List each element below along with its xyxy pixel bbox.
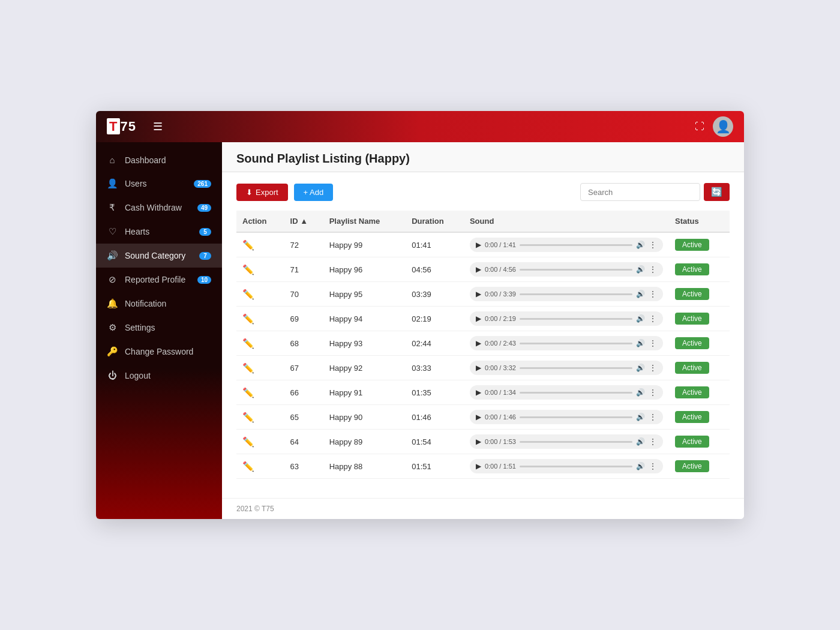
progress-bar-7[interactable] — [520, 416, 632, 418]
table-row: ✏️ 64 Happy 89 01:54 ▶ 0:00 / 1:53 🔊 ⋮ A… — [236, 430, 730, 454]
sidebar-item-users[interactable]: 👤 Users 261 — [96, 172, 222, 196]
progress-bar-5[interactable] — [520, 367, 632, 369]
audio-player-6: ▶ 0:00 / 1:34 🔊 ⋮ — [470, 385, 663, 400]
cell-sound-6: ▶ 0:00 / 1:34 🔊 ⋮ — [464, 380, 669, 405]
app-logo: T75 — [107, 119, 136, 134]
play-button-6[interactable]: ▶ — [476, 388, 481, 397]
status-badge-7: Active — [675, 411, 709, 423]
toolbar: ⬇ Export + Add 🔄 — [236, 183, 730, 201]
sidebar-item-logout[interactable]: ⏻ Logout — [96, 364, 222, 387]
edit-icon-7[interactable]: ✏️ — [242, 412, 254, 422]
cell-id-3: 69 — [284, 307, 323, 331]
progress-bar-4[interactable] — [520, 343, 632, 344]
audio-time-0: 0:00 / 1:41 — [485, 241, 516, 248]
edit-icon-5[interactable]: ✏️ — [242, 363, 254, 373]
progress-bar-8[interactable] — [520, 441, 632, 443]
menu-icon[interactable]: ☰ — [153, 120, 163, 133]
more-options-icon-8[interactable]: ⋮ — [649, 437, 657, 446]
progress-bar-1[interactable] — [520, 269, 632, 271]
more-options-icon-5[interactable]: ⋮ — [649, 363, 657, 373]
cell-action-5: ✏️ — [236, 356, 284, 380]
table-row: ✏️ 69 Happy 94 02:19 ▶ 0:00 / 2:19 🔊 ⋮ A… — [236, 307, 730, 331]
volume-icon-8[interactable]: 🔊 — [636, 437, 645, 446]
sidebar-item-notification[interactable]: 🔔 Notification — [96, 292, 222, 316]
volume-icon-0[interactable]: 🔊 — [636, 241, 645, 249]
play-button-1[interactable]: ▶ — [476, 265, 481, 274]
sidebar-item-reported-profile[interactable]: ⊘ Reported Profile 10 — [96, 268, 222, 292]
more-options-icon-9[interactable]: ⋮ — [649, 461, 657, 471]
top-bar: T75 ☰ ⛶ 👤 — [96, 111, 744, 142]
sidebar-item-cash-withdraw[interactable]: ₹ Cash Withdraw 49 — [96, 196, 222, 220]
volume-icon-9[interactable]: 🔊 — [636, 462, 645, 470]
play-button-3[interactable]: ▶ — [476, 314, 481, 323]
cell-sound-3: ▶ 0:00 / 2:19 🔊 ⋮ — [464, 307, 669, 331]
volume-icon-1[interactable]: 🔊 — [636, 265, 645, 274]
more-options-icon-3[interactable]: ⋮ — [649, 314, 657, 323]
sidebar-item-sound-category[interactable]: 🔊 Sound Category 7 — [96, 244, 222, 268]
add-button[interactable]: + Add — [294, 184, 334, 201]
edit-icon-4[interactable]: ✏️ — [242, 338, 254, 349]
cell-action-7: ✏️ — [236, 405, 284, 430]
col-duration[interactable]: Duration — [406, 211, 464, 232]
status-badge-1: Active — [675, 263, 709, 275]
sidebar-item-change-password[interactable]: 🔑 Change Password — [96, 340, 222, 364]
edit-icon-8[interactable]: ✏️ — [242, 437, 254, 447]
main-layout: ⌂ Dashboard 👤 Users 261 ₹ Cash Withdraw … — [96, 142, 744, 519]
progress-bar-3[interactable] — [520, 318, 632, 320]
more-options-icon-6[interactable]: ⋮ — [649, 388, 657, 397]
cell-sound-0: ▶ 0:00 / 1:41 🔊 ⋮ — [464, 232, 669, 257]
volume-icon-4[interactable]: 🔊 — [636, 339, 645, 347]
volume-icon-5[interactable]: 🔊 — [636, 364, 645, 372]
play-button-7[interactable]: ▶ — [476, 413, 481, 421]
progress-bar-0[interactable] — [520, 244, 632, 246]
table-row: ✏️ 63 Happy 88 01:51 ▶ 0:00 / 1:51 🔊 ⋮ A… — [236, 454, 730, 479]
search-input[interactable] — [580, 183, 700, 201]
volume-icon-7[interactable]: 🔊 — [636, 413, 645, 421]
col-playlist-name[interactable]: Playlist Name — [323, 211, 406, 232]
edit-icon-1[interactable]: ✏️ — [242, 265, 254, 275]
cell-name-5: Happy 92 — [323, 356, 406, 380]
edit-icon-9[interactable]: ✏️ — [242, 461, 254, 472]
volume-icon-2[interactable]: 🔊 — [636, 290, 645, 298]
volume-icon-6[interactable]: 🔊 — [636, 388, 645, 397]
edit-icon-0[interactable]: ✏️ — [242, 240, 254, 250]
export-label: Export — [256, 188, 278, 197]
content-body: ⬇ Export + Add 🔄 — [222, 172, 744, 498]
play-button-0[interactable]: ▶ — [476, 241, 481, 249]
expand-icon[interactable]: ⛶ — [695, 121, 704, 132]
play-button-8[interactable]: ▶ — [476, 437, 481, 446]
badge-cash-withdraw: 49 — [197, 204, 211, 212]
table-row: ✏️ 71 Happy 96 04:56 ▶ 0:00 / 4:56 🔊 ⋮ A… — [236, 257, 730, 282]
export-button[interactable]: ⬇ Export — [236, 184, 288, 201]
avatar[interactable]: 👤 — [713, 116, 733, 137]
play-button-9[interactable]: ▶ — [476, 462, 481, 470]
cell-id-5: 67 — [284, 356, 323, 380]
play-button-5[interactable]: ▶ — [476, 364, 481, 372]
progress-bar-2[interactable] — [520, 293, 632, 295]
col-id[interactable]: ID ▲ — [284, 211, 323, 232]
status-badge-6: Active — [675, 386, 709, 398]
edit-icon-3[interactable]: ✏️ — [242, 314, 254, 324]
cell-name-3: Happy 94 — [323, 307, 406, 331]
sidebar-item-hearts[interactable]: ♡ Hearts 5 — [96, 220, 222, 244]
more-options-icon-2[interactable]: ⋮ — [649, 289, 657, 299]
more-options-icon-4[interactable]: ⋮ — [649, 338, 657, 348]
edit-icon-6[interactable]: ✏️ — [242, 388, 254, 398]
more-options-icon-0[interactable]: ⋮ — [649, 240, 657, 250]
sidebar-item-dashboard[interactable]: ⌂ Dashboard — [96, 148, 222, 172]
progress-bar-6[interactable] — [520, 392, 632, 394]
more-options-icon-7[interactable]: ⋮ — [649, 412, 657, 422]
cell-status-4: Active — [669, 331, 730, 356]
search-button[interactable]: 🔄 — [704, 183, 730, 201]
content-area: Sound Playlist Listing (Happy) ⬇ Export … — [222, 142, 744, 519]
play-button-2[interactable]: ▶ — [476, 290, 481, 298]
cell-status-0: Active — [669, 232, 730, 257]
volume-icon-3[interactable]: 🔊 — [636, 314, 645, 323]
edit-icon-2[interactable]: ✏️ — [242, 289, 254, 299]
badge-reported-profile: 10 — [197, 276, 211, 284]
sidebar-item-settings[interactable]: ⚙ Settings — [96, 316, 222, 340]
more-options-icon-1[interactable]: ⋮ — [649, 265, 657, 274]
sidebar-label-notification: Notification — [125, 299, 166, 308]
play-button-4[interactable]: ▶ — [476, 339, 481, 347]
progress-bar-9[interactable] — [520, 466, 632, 467]
